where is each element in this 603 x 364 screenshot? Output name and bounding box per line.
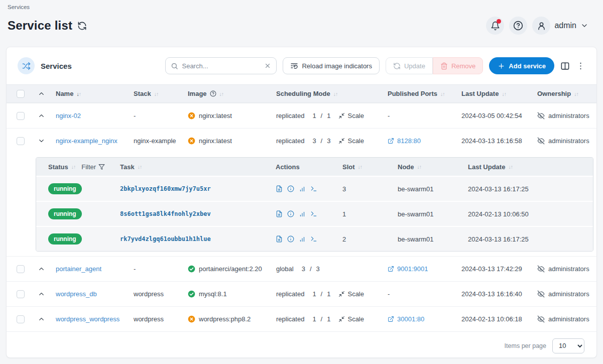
refresh-page-icon[interactable] <box>77 21 87 31</box>
expand-toggle[interactable] <box>38 290 45 298</box>
service-link[interactable]: nginx-02 <box>56 112 81 119</box>
table-row: nginx-example_nginx nginx-example nginx:… <box>7 128 596 153</box>
column-header-actions: Actions <box>276 163 300 171</box>
eye-off-icon <box>537 265 545 273</box>
expand-toggle[interactable] <box>38 265 45 273</box>
search-input[interactable] <box>182 62 261 70</box>
eye-off-icon <box>537 137 545 145</box>
scale-link[interactable]: Scale <box>338 290 364 298</box>
task-logs-icon[interactable] <box>276 210 283 217</box>
scale-icon <box>338 316 345 322</box>
task-stats-icon[interactable] <box>299 210 306 217</box>
row-checkbox[interactable] <box>17 315 25 323</box>
task-logs-icon[interactable] <box>276 235 283 242</box>
task-inspect-icon[interactable] <box>287 210 294 217</box>
task-row: running rk7yvd4zlgq61oubbu1h1hlue 2 be-s… <box>36 226 593 251</box>
column-header-ports[interactable]: Published Ports↓↑ <box>388 90 444 97</box>
select-all-checkbox[interactable] <box>17 90 25 98</box>
column-header-ownership[interactable]: Ownership↓↑ <box>537 90 578 97</box>
published-port-link[interactable]: 8128:80 <box>388 137 421 145</box>
task-logs-icon[interactable] <box>276 185 283 192</box>
help-button[interactable] <box>509 17 527 35</box>
task-stats-icon[interactable] <box>299 185 306 192</box>
table-menu-button[interactable] <box>576 61 585 71</box>
shuffle-icon <box>22 62 31 70</box>
service-link[interactable]: nginx-example_nginx <box>56 137 117 145</box>
expand-toggle[interactable] <box>38 315 45 323</box>
clear-search-icon[interactable] <box>264 62 271 69</box>
column-header-status[interactable]: Status↓↑ <box>48 163 75 171</box>
published-port-link[interactable]: 9001:9001 <box>388 265 428 273</box>
columns-settings-button[interactable] <box>560 61 570 71</box>
expand-toggle[interactable] <box>38 112 45 119</box>
task-console-icon[interactable] <box>310 210 317 217</box>
filter-icon <box>98 164 105 170</box>
table-header: Name↓↑ Stack↓↑ Image↓↑ Scheduling Mode↓↑… <box>7 84 596 103</box>
task-console-icon[interactable] <box>310 185 317 192</box>
collapse-all-toggle[interactable] <box>38 90 45 97</box>
username: admin <box>554 21 576 30</box>
user-icon <box>537 21 546 31</box>
panel-title: Services <box>41 62 72 70</box>
search-icon <box>171 62 178 70</box>
tasks-table-header: Status↓↑ Filter Task↓↑ Actions Slot↓↑ No… <box>36 158 593 176</box>
column-header-mode[interactable]: Scheduling Mode↓↑ <box>276 90 337 97</box>
column-header-image[interactable]: Image↓↑ <box>188 90 223 97</box>
image-up-to-date-icon <box>188 290 195 298</box>
breadcrumb[interactable]: Services <box>6 4 597 10</box>
image-outdated-icon <box>188 112 195 119</box>
task-console-icon[interactable] <box>310 235 317 242</box>
row-checkbox[interactable] <box>17 290 25 298</box>
task-stats-icon[interactable] <box>299 235 306 242</box>
plus-icon <box>498 62 505 70</box>
expanded-tasks-section: Status↓↑ Filter Task↓↑ Actions Slot↓↑ No… <box>7 153 596 256</box>
reload-image-indicators-button[interactable]: Reload image indicators <box>283 57 379 74</box>
row-checkbox[interactable] <box>17 112 25 120</box>
list-restart-icon <box>290 62 298 70</box>
task-link[interactable]: rk7yvd4zlgq61oubbu1h1hlue <box>120 235 211 242</box>
column-header-slot[interactable]: Slot↓↑ <box>342 163 362 171</box>
columns-icon <box>560 61 570 71</box>
status-badge: running <box>48 233 82 245</box>
trash-icon <box>440 62 448 70</box>
collapse-toggle[interactable] <box>38 137 45 145</box>
task-inspect-icon[interactable] <box>287 185 294 192</box>
published-port-link[interactable]: 30001:80 <box>388 315 424 323</box>
row-checkbox[interactable] <box>17 137 25 145</box>
items-per-page-select[interactable]: 10 <box>552 338 584 353</box>
remove-button[interactable]: Remove <box>433 57 483 74</box>
chevron-down-icon <box>580 22 588 30</box>
status-badge: running <box>48 208 82 219</box>
column-header-task-last-update[interactable]: Last Update↓↑ <box>468 163 513 171</box>
external-link-icon <box>388 316 394 322</box>
task-row: running 2bkplxyozqf160xmw7jy7u5xr 3 be-s… <box>36 176 593 201</box>
help-icon <box>513 21 523 31</box>
column-header-task[interactable]: Task↓↑ <box>120 163 142 171</box>
scale-icon <box>338 291 345 297</box>
scale-link[interactable]: Scale <box>338 137 364 145</box>
task-link[interactable]: 8s6ott1gsa8lk4fnohly2xbev <box>120 210 211 217</box>
task-inspect-icon[interactable] <box>287 235 294 242</box>
kebab-icon <box>576 61 585 71</box>
column-header-name[interactable]: Name↓↑ <box>56 90 81 97</box>
service-link[interactable]: wordpress_db <box>56 290 97 298</box>
scale-link[interactable]: Scale <box>338 315 364 323</box>
row-checkbox[interactable] <box>17 265 25 273</box>
column-header-last-update[interactable]: Last Update↓↑ <box>461 90 506 97</box>
service-link[interactable]: wordpress_wordpress <box>56 315 119 323</box>
update-button[interactable]: Update <box>386 57 433 74</box>
user-avatar[interactable] <box>532 17 550 35</box>
scale-link[interactable]: Scale <box>338 112 364 119</box>
image-help-icon[interactable] <box>210 90 216 97</box>
service-link[interactable]: portainer_agent <box>56 265 101 273</box>
scale-icon <box>338 112 345 119</box>
notification-dot <box>497 19 501 24</box>
task-link[interactable]: 2bkplxyozqf160xmw7jy7u5xr <box>120 185 211 192</box>
add-service-button[interactable]: Add service <box>489 57 554 74</box>
status-filter-button[interactable]: Filter <box>81 163 105 171</box>
notifications-button[interactable] <box>486 17 504 35</box>
column-header-stack[interactable]: Stack↓↑ <box>134 90 158 97</box>
column-header-node[interactable]: Node↓↑ <box>398 163 421 171</box>
page-title: Service list <box>8 19 72 33</box>
user-menu[interactable]: admin <box>532 17 588 35</box>
